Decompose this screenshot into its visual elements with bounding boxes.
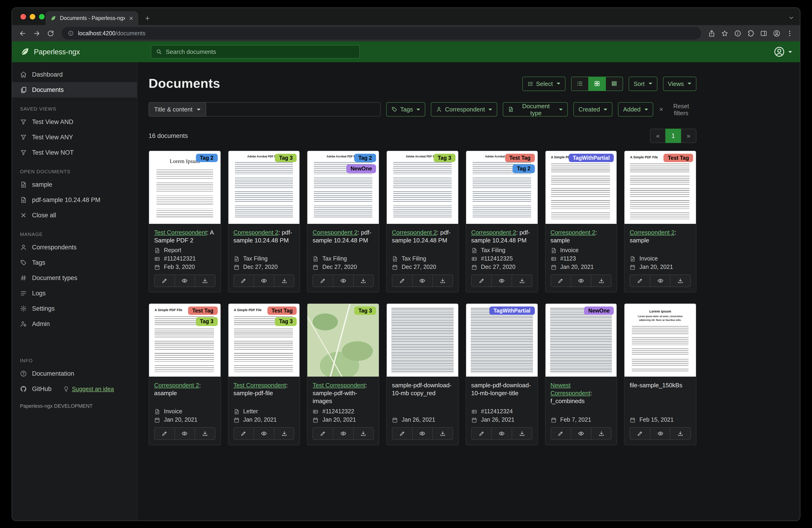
tag-badge[interactable]: Test Tag	[267, 306, 297, 315]
global-search-input[interactable]	[166, 48, 355, 55]
download-button[interactable]	[433, 427, 453, 440]
document-thumbnail[interactable]: TagWithPartial	[466, 304, 537, 376]
document-thumbnail[interactable]: A Simple PDF File Test TagTag 3	[149, 304, 220, 376]
filter-field-button[interactable]: Title & content	[148, 102, 206, 117]
filter-added-button[interactable]: Added	[618, 102, 653, 117]
tag-badge[interactable]: Test Tag	[505, 154, 535, 162]
app-brand[interactable]: Paperless-ngx	[20, 47, 80, 57]
sidebar-item-dashboard[interactable]: Dashboard	[12, 67, 137, 82]
filter-created-button[interactable]: Created	[574, 102, 613, 117]
extensions-icon[interactable]	[745, 27, 757, 39]
document-card[interactable]: A Simple PDF File Test Tag Correspondent…	[624, 151, 696, 292]
view-button[interactable]	[412, 274, 433, 287]
window-zoom-button[interactable]	[39, 14, 45, 19]
select-button[interactable]: Select	[522, 76, 565, 91]
sidebar-item-saved-view[interactable]: Test View AND	[12, 114, 137, 130]
edit-button[interactable]	[233, 274, 254, 287]
edit-button[interactable]	[471, 427, 492, 440]
filter-tags-button[interactable]: Tags	[386, 102, 425, 117]
browser-profile-icon[interactable]	[771, 27, 783, 39]
view-button[interactable]	[650, 427, 671, 440]
document-thumbnail[interactable]: Lorem ipsum Lorem ipsum dolor sit amet, …	[625, 304, 696, 376]
filter-document-type-button[interactable]: Document type	[503, 102, 568, 117]
edit-button[interactable]	[392, 274, 412, 287]
tag-badge[interactable]: Tag 3	[275, 154, 297, 162]
download-button[interactable]	[194, 274, 215, 287]
tag-badge[interactable]: TagWithPartial	[489, 306, 535, 315]
download-button[interactable]	[512, 427, 532, 440]
view-button[interactable]	[570, 427, 591, 440]
view-details-button[interactable]	[605, 76, 623, 91]
tag-badge[interactable]: Tag 3	[196, 317, 218, 326]
document-thumbnail[interactable]: Adobe Acrobat PDF Files Test TagTag 2	[466, 151, 537, 224]
tag-badge[interactable]: Tag 2	[513, 165, 535, 173]
document-card[interactable]: Lorem ipsum Lorem ipsum dolor sit amet, …	[624, 303, 696, 445]
forward-button[interactable]	[30, 27, 43, 40]
sidebar-item-document-types[interactable]: Document types	[12, 270, 137, 286]
sidebar-item-github[interactable]: GitHub Suggest an idea	[12, 381, 137, 397]
tag-badge[interactable]: TagWithPartial	[568, 154, 614, 162]
tag-badge[interactable]: Tag 2	[196, 154, 218, 162]
view-button[interactable]	[570, 274, 591, 287]
view-list-button[interactable]	[571, 76, 589, 91]
pagination-next-button[interactable]: »	[681, 129, 696, 143]
sidebar-item-saved-view[interactable]: Test View ANY	[12, 130, 137, 145]
download-button[interactable]	[353, 427, 374, 440]
sidebar-item-open-document[interactable]: pdf-sample 10.24.48 PM	[12, 192, 137, 208]
browser-menu-kebab-icon[interactable]	[784, 27, 796, 39]
document-card[interactable]: TagWithPartial sample-pdf-download-10-mb…	[466, 303, 538, 445]
edit-button[interactable]	[630, 427, 650, 440]
correspondent-link[interactable]: Correspondent 2	[392, 229, 437, 236]
document-card[interactable]: A Simple PDF File Test TagTag 3 Correspo…	[148, 303, 221, 445]
correspondent-link[interactable]: Correspondent 2	[630, 229, 675, 236]
sidebar-item-correspondents[interactable]: Correspondents	[12, 240, 137, 255]
view-grid-button[interactable]	[588, 76, 606, 91]
document-card[interactable]: Adobe Acrobat PDF Files Tag 3 Correspond…	[386, 151, 459, 292]
window-close-button[interactable]	[20, 14, 26, 19]
new-tab-button[interactable]	[141, 12, 153, 24]
tab-close-icon[interactable]	[129, 16, 134, 21]
document-thumbnail[interactable]: Lorem Ipsum Tag 2	[149, 151, 220, 224]
document-thumbnail[interactable]: Adobe Acrobat PDF Files Tag 2NewOne	[308, 151, 379, 224]
tag-badge[interactable]: Tag 2	[354, 154, 376, 162]
document-card[interactable]: A Simple PDF File TagWithPartial Corresp…	[545, 151, 617, 292]
correspondent-link[interactable]: Correspondent 2	[313, 229, 358, 236]
sidebar-item-tags[interactable]: Tags	[12, 255, 137, 270]
view-button[interactable]	[412, 427, 433, 440]
download-button[interactable]	[591, 274, 611, 287]
correspondent-link[interactable]: Correspondent 2	[471, 229, 516, 236]
pagination-page-1-button[interactable]: 1	[665, 129, 681, 143]
sidebar-item-saved-view[interactable]: Test View NOT	[12, 145, 137, 160]
bookmark-star-icon[interactable]	[719, 27, 731, 39]
correspondent-link[interactable]: Correspondent 2	[154, 382, 199, 389]
document-card[interactable]: NewOne Newest Correspondent: f_combineds…	[545, 303, 617, 445]
document-thumbnail[interactable]: A Simple PDF File Test Tag	[625, 151, 696, 224]
document-card[interactable]: Adobe Acrobat PDF Files Test TagTag 2 Co…	[466, 151, 538, 292]
tag-badge[interactable]: Test Tag	[664, 154, 693, 162]
tag-badge[interactable]: NewOne	[584, 306, 614, 315]
view-button[interactable]	[254, 427, 274, 440]
correspondent-link[interactable]: Test Correspondent	[233, 382, 286, 389]
correspondent-link[interactable]: Test Correspondent	[313, 382, 365, 389]
back-button[interactable]	[16, 27, 29, 40]
document-thumbnail[interactable]: A Simple PDF File Test TagTag 3	[228, 304, 300, 376]
document-thumbnail[interactable]	[387, 304, 458, 376]
view-button[interactable]	[333, 274, 353, 287]
view-button[interactable]	[174, 427, 195, 440]
tag-badge[interactable]: Tag 3	[354, 306, 376, 315]
download-button[interactable]	[194, 427, 215, 440]
download-button[interactable]	[512, 274, 532, 287]
edit-button[interactable]	[313, 274, 333, 287]
side-panel-icon[interactable]	[758, 27, 770, 39]
views-button[interactable]: Views	[663, 76, 696, 91]
edit-button[interactable]	[471, 274, 492, 287]
view-button[interactable]	[650, 274, 671, 287]
download-button[interactable]	[433, 274, 453, 287]
document-card[interactable]: Adobe Acrobat PDF Files Tag 3 Correspond…	[228, 151, 300, 292]
url-bar[interactable]: localhost:4200/documents	[62, 27, 701, 40]
view-button[interactable]	[254, 274, 274, 287]
sidebar-item-open-document[interactable]: sample	[12, 177, 137, 192]
filter-query-input[interactable]	[206, 102, 381, 117]
sidebar-item-documents[interactable]: Documents	[12, 82, 137, 98]
download-button[interactable]	[670, 427, 691, 440]
